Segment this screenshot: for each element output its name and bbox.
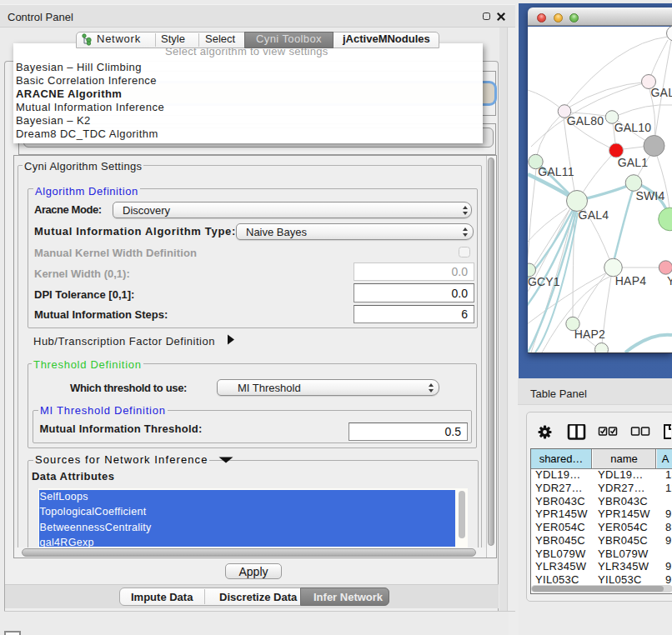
svg-text:GAL80: GAL80 (567, 114, 604, 128)
svg-text:GAL11: GAL11 (538, 165, 574, 178)
svg-text:GAL2: GAL2 (651, 86, 672, 99)
svg-text:SWI4: SWI4 (635, 189, 664, 202)
svg-text:GCY1: GCY1 (528, 275, 560, 288)
svg-text:YM: YM (667, 274, 672, 288)
svg-text:HAP4: HAP4 (615, 274, 646, 288)
svg-text:GAL10: GAL10 (614, 121, 652, 134)
svg-text:GAL1: GAL1 (618, 156, 649, 169)
svg-text:HAP2: HAP2 (574, 328, 605, 341)
svg-text:GAL4: GAL4 (579, 208, 609, 222)
